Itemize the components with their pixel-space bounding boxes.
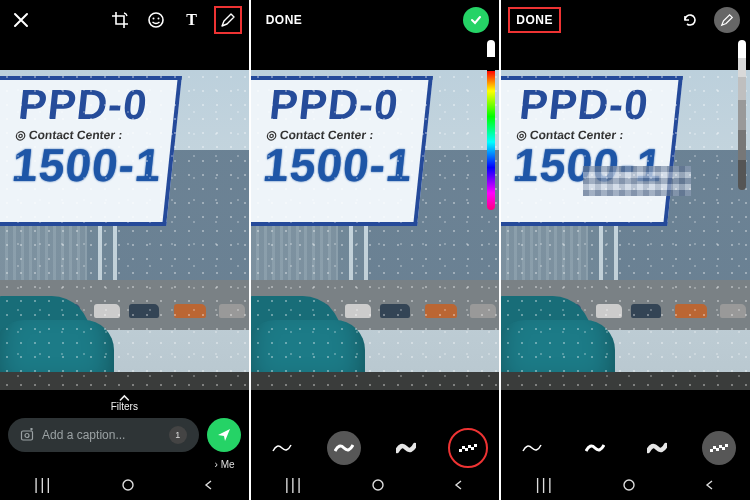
image-preview: PPD-0 ◎ Contact Center : 1500-1 bbox=[0, 70, 249, 390]
brush-pen-thin[interactable] bbox=[515, 431, 549, 465]
crop-rotate-icon[interactable] bbox=[109, 9, 131, 31]
brush-pen-thin[interactable] bbox=[265, 431, 299, 465]
brush-pixelate[interactable] bbox=[451, 431, 485, 465]
nav-back-icon[interactable] bbox=[453, 479, 465, 491]
svg-point-12 bbox=[373, 480, 383, 490]
svg-rect-15 bbox=[716, 448, 719, 451]
brush-marker[interactable] bbox=[640, 431, 674, 465]
filters-toggle[interactable]: Filters bbox=[111, 393, 138, 412]
draw-pen-icon[interactable] bbox=[714, 7, 740, 33]
brush-pixelate[interactable] bbox=[702, 431, 736, 465]
brush-pen-medium[interactable] bbox=[578, 431, 612, 465]
nav-recents-icon[interactable]: ||| bbox=[535, 476, 553, 494]
svg-point-2 bbox=[157, 18, 159, 20]
recipient-row[interactable]: › Me bbox=[214, 459, 234, 470]
color-slider[interactable] bbox=[738, 40, 746, 190]
top-bar: DONE bbox=[501, 6, 750, 34]
check-icon bbox=[469, 13, 483, 27]
add-photo-icon bbox=[20, 428, 34, 442]
android-nav-bar: ||| bbox=[251, 474, 500, 496]
caption-row: Add a caption... 1 bbox=[8, 418, 241, 452]
nav-recents-icon[interactable]: ||| bbox=[34, 476, 52, 494]
nav-home-icon[interactable] bbox=[121, 478, 135, 492]
image-preview[interactable]: PPD-0 ◎ Contact Center : 1500-1 bbox=[251, 70, 500, 390]
svg-rect-11 bbox=[474, 444, 477, 447]
svg-rect-10 bbox=[471, 447, 474, 450]
undo-icon[interactable] bbox=[678, 9, 700, 31]
sign-number: 1500-1 bbox=[10, 138, 162, 192]
svg-point-19 bbox=[624, 480, 634, 490]
android-nav-bar: ||| bbox=[0, 474, 249, 496]
nav-home-icon[interactable] bbox=[371, 478, 385, 492]
sign-board: PPD-0 ◎ Contact Center : 1500-1 bbox=[0, 76, 182, 226]
svg-rect-6 bbox=[459, 449, 462, 452]
brush-pen-medium[interactable] bbox=[327, 431, 361, 465]
done-button[interactable]: DONE bbox=[511, 10, 558, 30]
top-bar: T bbox=[0, 6, 249, 34]
top-bar: DONE bbox=[251, 6, 500, 34]
draw-pen-icon[interactable] bbox=[217, 9, 239, 31]
close-icon[interactable] bbox=[10, 9, 32, 31]
brush-tray bbox=[501, 426, 750, 470]
brush-marker[interactable] bbox=[389, 431, 423, 465]
nav-back-icon[interactable] bbox=[704, 479, 716, 491]
emoji-icon[interactable] bbox=[145, 9, 167, 31]
svg-point-1 bbox=[152, 18, 154, 20]
svg-rect-14 bbox=[713, 446, 716, 449]
nav-home-icon[interactable] bbox=[622, 478, 636, 492]
svg-rect-13 bbox=[710, 449, 713, 452]
panel-draw-mode: DONE PPD-0 ◎ Contact Center : 1500-1 bbox=[251, 0, 500, 500]
android-nav-bar: ||| bbox=[501, 474, 750, 496]
confirm-button[interactable] bbox=[463, 7, 489, 33]
caption-input[interactable]: Add a caption... 1 bbox=[8, 418, 199, 452]
panel-editor-main: T PPD-0 ◎ Contact Center : 1500-1 Filte bbox=[0, 0, 249, 500]
svg-rect-7 bbox=[462, 446, 465, 449]
svg-rect-17 bbox=[722, 447, 725, 450]
svg-point-5 bbox=[123, 480, 133, 490]
text-tool-button[interactable]: T bbox=[181, 9, 203, 31]
image-preview[interactable]: PPD-0 ◎ Contact Center : 1500-1 bbox=[501, 70, 750, 390]
svg-point-4 bbox=[25, 434, 29, 438]
brush-tray bbox=[251, 426, 500, 470]
nav-recents-icon[interactable]: ||| bbox=[285, 476, 303, 494]
svg-point-0 bbox=[149, 13, 163, 27]
svg-rect-16 bbox=[719, 445, 722, 448]
color-slider[interactable] bbox=[487, 40, 495, 210]
nav-back-icon[interactable] bbox=[203, 479, 215, 491]
send-button[interactable] bbox=[207, 418, 241, 452]
done-button[interactable]: DONE bbox=[261, 10, 308, 30]
svg-rect-8 bbox=[465, 448, 468, 451]
svg-rect-3 bbox=[22, 431, 33, 440]
panel-pixelated: DONE PPD-0 ◎ Contact Center : 1500-1 bbox=[501, 0, 750, 500]
filters-label: Filters bbox=[111, 401, 138, 412]
recipient-label: Me bbox=[221, 459, 235, 470]
caption-placeholder: Add a caption... bbox=[42, 428, 125, 442]
view-once-badge[interactable]: 1 bbox=[169, 426, 187, 444]
svg-rect-9 bbox=[468, 445, 471, 448]
sign-title: PPD-0 bbox=[17, 86, 167, 124]
svg-rect-18 bbox=[725, 444, 728, 447]
pixelate-overlay bbox=[583, 166, 691, 196]
